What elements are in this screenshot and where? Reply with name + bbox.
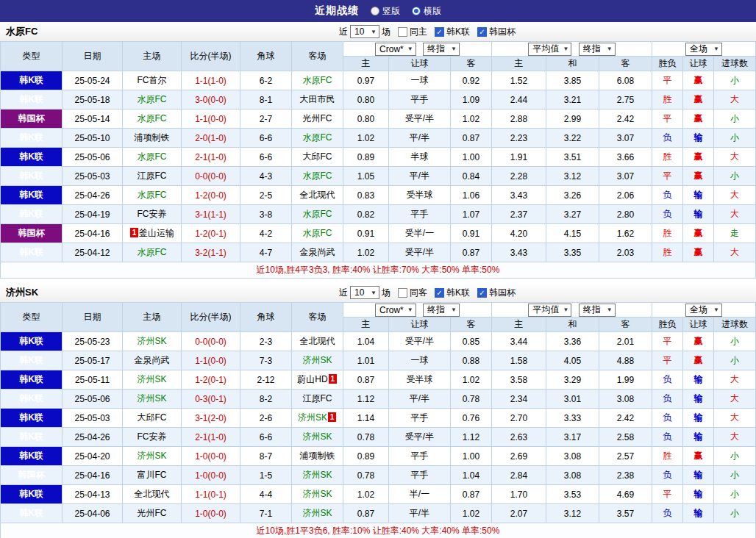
corner-cell: 4-3	[240, 167, 292, 186]
europe-draw-odds-cell: 3.17	[546, 428, 599, 447]
asia-home-odds-cell: 0.83	[343, 186, 389, 205]
team-link[interactable]: 水原FC	[138, 151, 167, 162]
team-link[interactable]: 蔚山HD	[297, 374, 327, 384]
team-link[interactable]: 济州SK	[137, 336, 166, 346]
team-link[interactable]: 大田市民	[300, 94, 335, 104]
asia-away-odds-cell: 1.00	[451, 148, 492, 167]
team-link[interactable]: 光州FC	[138, 508, 167, 518]
asia-odds-type-select[interactable]: 终指 ▼	[423, 304, 460, 317]
home-team-cell: 水原FC	[123, 110, 182, 129]
team-name: 水原FC	[6, 25, 38, 38]
team-link[interactable]: 大邱FC	[138, 412, 167, 423]
team-link[interactable]: 水原FC	[138, 94, 167, 104]
layout-vertical-radio[interactable]: 竖版	[371, 5, 400, 18]
team-link[interactable]: FC首尔	[138, 75, 167, 85]
team-link[interactable]: 金泉尚武	[300, 247, 335, 257]
team-link[interactable]: 济州SK	[302, 470, 332, 480]
europe-draw-odds-cell: 3.85	[546, 71, 599, 90]
europe-away-odds-cell: 6.08	[599, 71, 652, 90]
away-team-cell: 大田市民	[292, 90, 343, 110]
team-link[interactable]: 金泉尚武	[135, 355, 170, 365]
team-link[interactable]: 济州SK	[302, 355, 332, 365]
team-link[interactable]: 水原FC	[138, 190, 167, 200]
team-link[interactable]: 济州SK	[302, 431, 332, 442]
match-row: 韩国杯25-04-161釜山运输1-2(0-1)4-2水原FC0.91受半/一0…	[1, 224, 756, 243]
handicap-result-cell: 输	[683, 370, 714, 390]
team-link[interactable]: 水原FC	[303, 75, 332, 85]
corner-cell: 6-6	[240, 129, 292, 148]
team-link[interactable]: 釜山运输	[139, 228, 174, 238]
handicap-result-cell: 输	[683, 390, 714, 409]
team-link[interactable]: 水原FC	[303, 132, 332, 143]
same-venue-checkbox[interactable]	[398, 288, 407, 298]
goals-result-cell: 走	[714, 224, 756, 243]
match-count-select[interactable]: 10 ▼	[350, 286, 379, 299]
horizontal-label: 横版	[424, 5, 441, 18]
col-away-header: 客场	[292, 42, 343, 71]
team-link[interactable]: 济州SK	[137, 393, 166, 404]
asia-away-odds-cell: 0.87	[451, 485, 492, 504]
team-link[interactable]: 光州FC	[303, 113, 332, 123]
away-team-cell: 全北现代	[292, 186, 343, 205]
team-link[interactable]: 济州SK	[137, 374, 166, 384]
team-link[interactable]: FC安养	[138, 209, 167, 219]
europe-home-odds-cell: 3.44	[492, 332, 546, 351]
team-link[interactable]: 富川FC	[138, 470, 167, 480]
date-cell: 25-04-13	[63, 485, 123, 504]
league-cup-checkbox[interactable]: ✓	[477, 27, 487, 37]
league-cup-checkbox[interactable]: ✓	[477, 288, 487, 298]
red-card-badge: 1	[329, 374, 337, 384]
team-link[interactable]: 全北现代	[300, 190, 335, 200]
europe-average-select[interactable]: 平均值 ▼	[528, 43, 571, 56]
team-link[interactable]: 浦项制铁	[135, 132, 170, 143]
team-link[interactable]: 济州SK	[302, 489, 332, 499]
team-link[interactable]: 济州SK	[298, 412, 327, 423]
date-cell: 25-05-18	[63, 90, 123, 110]
europe-home-odds-cell: 3.58	[492, 370, 546, 390]
team-link[interactable]: 水原FC	[303, 209, 332, 219]
team-link[interactable]: 大邱FC	[303, 151, 332, 162]
league-k-checkbox[interactable]: ✓	[435, 288, 444, 298]
match-count-select[interactable]: 10 ▼	[350, 25, 379, 38]
europe-draw-odds-cell: 3.35	[546, 243, 599, 262]
team-link[interactable]: 济州SK	[137, 451, 166, 461]
same-venue-checkbox[interactable]	[398, 27, 407, 37]
handicap-result-cell: 赢	[683, 447, 714, 466]
asia-odds-type-select[interactable]: 终指 ▼	[423, 43, 460, 56]
team-link[interactable]: FC安养	[138, 431, 167, 442]
bookmaker-select[interactable]: Crow* ▼	[375, 304, 416, 317]
asia-handicap-cell: 平手	[389, 466, 451, 485]
team-link[interactable]: 江原FC	[138, 171, 167, 181]
score-cell: 1-0(0-0)	[182, 466, 240, 485]
date-cell: 25-04-16	[63, 224, 123, 243]
team-link[interactable]: 水原FC	[303, 171, 332, 181]
team-link[interactable]: 江原FC	[303, 393, 332, 404]
team-link[interactable]: 济州SK	[302, 508, 332, 518]
goals-result-cell: 小	[714, 167, 756, 186]
europe-average-select[interactable]: 平均值 ▼	[528, 304, 571, 317]
team-link[interactable]: 水原FC	[138, 247, 167, 257]
team-link[interactable]: 水原FC	[303, 228, 332, 238]
bookmaker-select[interactable]: Crow* ▼	[375, 43, 416, 56]
result-cell: 负	[652, 129, 683, 148]
home-team-cell: 全北现代	[123, 485, 182, 504]
team-link[interactable]: 全北现代	[135, 489, 170, 499]
score-cell: 1-1(0-0)	[182, 351, 240, 370]
handicap-result-cell: 输	[683, 466, 714, 485]
score-cell: 1-1(0-0)	[182, 110, 240, 129]
team-link[interactable]: 全北现代	[300, 336, 335, 346]
europe-odds-type-select[interactable]: 终指 ▼	[579, 43, 616, 56]
league-k-checkbox[interactable]: ✓	[435, 27, 444, 37]
europe-draw-odds-cell: 3.08	[546, 466, 599, 485]
league-cell: 韩K联	[1, 351, 63, 370]
europe-odds-type-select[interactable]: 终指 ▼	[579, 304, 616, 317]
period-select[interactable]: 全场 ▼	[685, 304, 722, 317]
asia-handicap-cell: 平手	[389, 409, 451, 428]
col-corner-header: 角球	[240, 303, 292, 332]
team-link[interactable]: 水原FC	[138, 113, 167, 123]
period-select[interactable]: 全场 ▼	[685, 43, 722, 56]
handicap-result-cell: 赢	[683, 110, 714, 129]
layout-horizontal-radio[interactable]: 横版	[412, 5, 441, 18]
team-link[interactable]: 浦项制铁	[300, 451, 335, 461]
col-eu-draw-header: 和	[546, 57, 599, 71]
